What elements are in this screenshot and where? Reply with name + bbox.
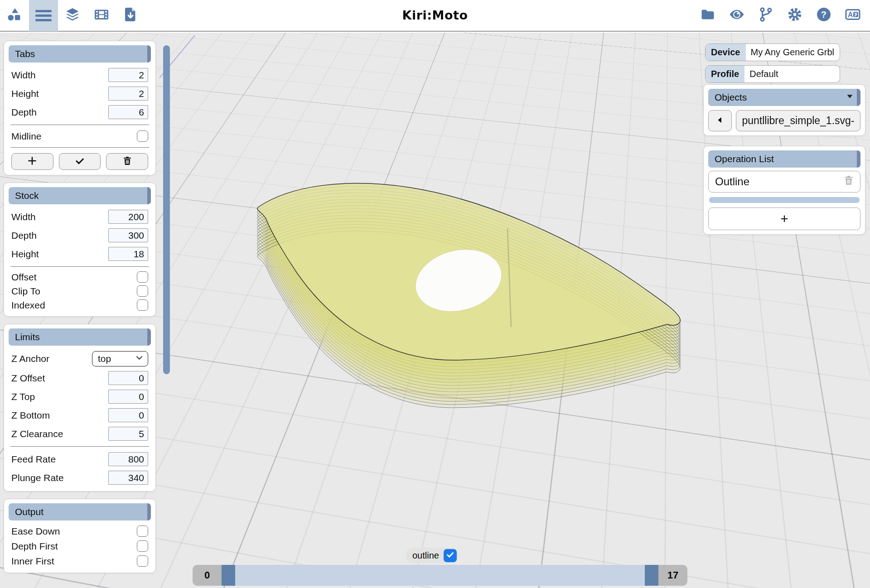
z-clearance-label: Z Clearance bbox=[11, 429, 63, 439]
versions-button[interactable] bbox=[751, 0, 780, 31]
layers-button[interactable] bbox=[58, 0, 87, 31]
operation-list-header[interactable]: Operation List bbox=[708, 150, 860, 168]
view-button[interactable] bbox=[722, 0, 751, 31]
check-icon bbox=[446, 550, 454, 561]
plunge-rate-input[interactable] bbox=[108, 471, 148, 485]
plunge-rate-label: Plunge Rate bbox=[11, 472, 64, 483]
z-anchor-select[interactable]: top bbox=[92, 351, 148, 366]
check-icon bbox=[74, 155, 85, 168]
operation-drop-bar bbox=[709, 197, 860, 203]
animate-icon bbox=[93, 6, 110, 24]
add-operation-button[interactable]: + bbox=[708, 207, 860, 230]
tabs-depth-label: Depth bbox=[11, 107, 37, 118]
midline-checkbox[interactable] bbox=[137, 130, 148, 142]
files-button[interactable] bbox=[693, 0, 722, 31]
operation-list-panel: Operation List Outline + bbox=[703, 146, 865, 235]
z-bottom-row: Z Bottom bbox=[9, 406, 151, 424]
eye-icon bbox=[729, 6, 745, 24]
delete-tabs-button[interactable] bbox=[106, 153, 148, 170]
stock-indexed-checkbox[interactable] bbox=[137, 299, 148, 311]
menu-button[interactable] bbox=[29, 0, 58, 31]
stock-depth-input[interactable] bbox=[108, 228, 148, 242]
chevron-down-icon bbox=[135, 353, 144, 364]
outline-checkbox[interactable] bbox=[444, 549, 457, 562]
plus-icon bbox=[27, 155, 38, 168]
stock-offset-checkbox[interactable] bbox=[137, 271, 148, 283]
stock-clipto-checkbox[interactable] bbox=[137, 285, 148, 297]
animate-button[interactable] bbox=[87, 0, 116, 31]
depth-first-checkbox[interactable] bbox=[137, 540, 148, 552]
z-clearance-input[interactable] bbox=[108, 427, 148, 441]
objects-title: Objects bbox=[715, 92, 747, 103]
midline-label: Midline bbox=[11, 131, 42, 142]
tabs-height-row: Height bbox=[9, 84, 151, 103]
z-offset-input[interactable] bbox=[108, 371, 148, 385]
help-button[interactable]: ? bbox=[809, 0, 838, 31]
tabs-width-input[interactable] bbox=[108, 68, 148, 82]
depth-first-row: Depth First bbox=[9, 539, 151, 554]
top-toolbar: Kiri:Moto bbox=[0, 0, 870, 32]
stock-width-input[interactable] bbox=[108, 210, 148, 224]
slider-max-label: 17 bbox=[658, 565, 687, 586]
tabs-panel-header[interactable]: Tabs bbox=[9, 45, 151, 63]
slider-left-handle[interactable] bbox=[222, 565, 235, 586]
outline-toggle: outline bbox=[406, 548, 458, 563]
git-branch-icon bbox=[758, 6, 774, 24]
limits-panel-header[interactable]: Limits bbox=[9, 328, 151, 346]
trash-icon[interactable] bbox=[843, 174, 855, 189]
midline-row: Midline bbox=[9, 128, 151, 144]
operation-item-label: Outline bbox=[715, 175, 749, 188]
object-item-row: puntllibre_simple_1.svg- bbox=[708, 110, 860, 131]
z-bottom-input[interactable] bbox=[108, 408, 148, 422]
toolbar-right-group: ? A bbox=[693, 0, 870, 31]
shapes-logo-button[interactable] bbox=[0, 0, 29, 31]
settings-button[interactable] bbox=[780, 0, 809, 31]
stock-panel-header[interactable]: Stock bbox=[9, 187, 151, 204]
inner-first-checkbox[interactable] bbox=[137, 555, 148, 567]
slider-right-handle[interactable] bbox=[645, 565, 658, 586]
stock-panel: Stock Width Depth Height Offset Clip To … bbox=[4, 183, 156, 317]
objects-panel: Objects puntllibre_simple_1.svg- bbox=[703, 84, 865, 136]
output-panel-header[interactable]: Output bbox=[9, 503, 151, 521]
export-button[interactable] bbox=[116, 0, 145, 31]
tabs-height-input[interactable] bbox=[108, 87, 148, 101]
language-button[interactable]: A bbox=[838, 0, 867, 31]
stock-width-label: Width bbox=[11, 212, 36, 222]
tabs-depth-input[interactable] bbox=[108, 105, 148, 119]
ease-down-checkbox[interactable] bbox=[137, 525, 148, 537]
feed-rate-label: Feed Rate bbox=[11, 454, 56, 465]
slider-track[interactable] bbox=[235, 565, 645, 586]
question-icon: ? bbox=[816, 6, 832, 24]
device-profile-group: Device My Any Generic Grbl Profile Defau… bbox=[705, 43, 840, 87]
device-row[interactable]: Device My Any Generic Grbl bbox=[705, 43, 840, 61]
object-file-button[interactable]: puntllibre_simple_1.svg- bbox=[736, 110, 860, 131]
page-title: Kiri:Moto bbox=[402, 8, 468, 22]
device-label: Device bbox=[706, 44, 746, 61]
device-value: My Any Generic Grbl bbox=[746, 44, 840, 61]
left-panel-scrollbar[interactable] bbox=[163, 45, 170, 374]
limits-panel: Limits Z Anchor top Z Offset Z Top Z Bot… bbox=[4, 324, 156, 492]
z-top-label: Z Top bbox=[11, 391, 35, 402]
tabs-height-label: Height bbox=[11, 88, 39, 99]
divider bbox=[10, 446, 149, 447]
object-prev-button[interactable] bbox=[708, 110, 732, 131]
add-tab-button[interactable] bbox=[11, 153, 53, 170]
shapes-icon bbox=[6, 6, 23, 24]
inner-first-row: Inner First bbox=[9, 554, 151, 569]
svg-text:A: A bbox=[848, 11, 853, 19]
profile-label: Profile bbox=[706, 66, 744, 82]
stock-height-input[interactable] bbox=[108, 247, 148, 261]
layer-range-slider: 0 17 bbox=[193, 565, 687, 586]
tabs-width-label: Width bbox=[11, 70, 36, 81]
caret-down-icon bbox=[846, 92, 854, 103]
feed-rate-row: Feed Rate bbox=[9, 450, 151, 468]
left-sidebar: Tabs Width Height Depth Midline bbox=[4, 41, 156, 573]
feed-rate-input[interactable] bbox=[108, 452, 148, 466]
stock-depth-row: Depth bbox=[9, 226, 151, 245]
objects-panel-header[interactable]: Objects bbox=[708, 89, 860, 106]
profile-row[interactable]: Profile Default bbox=[705, 65, 840, 83]
stock-offset-row: Offset bbox=[9, 270, 151, 284]
z-top-input[interactable] bbox=[108, 390, 148, 404]
accept-tabs-button[interactable] bbox=[59, 153, 101, 170]
operation-item-outline[interactable]: Outline bbox=[708, 171, 860, 193]
